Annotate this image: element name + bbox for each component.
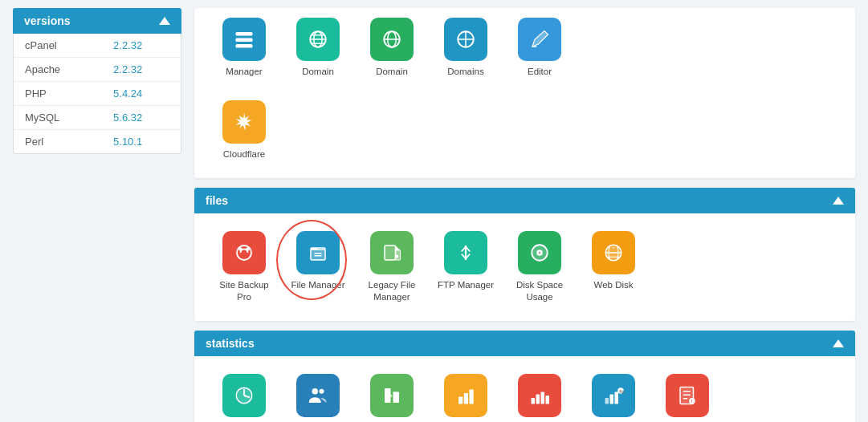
svg-point-37 xyxy=(320,389,324,394)
version-value: 2.2.32 xyxy=(102,58,181,82)
svg-rect-0 xyxy=(236,32,253,36)
versions-table: cPanel2.2.32Apache2.2.32PHP5.4.24MySQL5.… xyxy=(13,34,181,154)
svg-rect-45 xyxy=(532,398,536,404)
stats-icon-bandwidth[interactable]: gbps Bandwidth xyxy=(358,369,426,422)
backup-label: Site Backup Pro xyxy=(214,279,275,303)
version-row: PHP5.4.24 xyxy=(14,82,181,106)
editor-icon-box xyxy=(518,18,561,61)
files-icon-file-manager[interactable]: File Manager xyxy=(284,226,352,308)
files-icon-backup[interactable]: Site Backup Pro xyxy=(210,226,278,308)
right-panel: Manager Domain Domain Domains Editor xyxy=(194,8,855,422)
cloudflare-tile[interactable]: Cloudflare xyxy=(210,95,278,165)
version-value: 5.10.1 xyxy=(102,130,181,154)
legacy-file-icon-box xyxy=(370,231,414,274)
stats-icon-stats[interactable]: Choose Stats xyxy=(210,369,278,422)
files-icon-web-disk[interactable]: Web Disk xyxy=(580,226,647,308)
web-disk-label: Web Disk xyxy=(594,279,634,291)
svg-rect-49 xyxy=(605,398,609,404)
versions-collapse-arrow[interactable] xyxy=(159,17,170,25)
statistics-section-box: statistics Choose Stats Latest Visitors … xyxy=(194,331,855,422)
ftp-label: FTP Manager xyxy=(438,279,494,291)
legacy-file-label: Legacy File Manager xyxy=(361,279,422,303)
files-section-title: files xyxy=(206,194,228,207)
files-section-header: files xyxy=(194,188,855,213)
webalizer-icon-box xyxy=(518,374,561,417)
files-icon-ftp[interactable]: FTP Manager xyxy=(432,226,499,308)
ftp-icon-box xyxy=(444,231,487,274)
stats-icon-awstats[interactable]: Awstats xyxy=(432,369,499,422)
version-name: PHP xyxy=(14,82,102,106)
files-icon-legacy-file[interactable]: Legacy File Manager xyxy=(358,226,426,308)
webalizer-ftp-icon-box: ftp xyxy=(592,374,635,417)
file-manager-label: File Manager xyxy=(291,279,344,291)
svg-point-14 xyxy=(238,247,242,251)
version-name: cPanel xyxy=(14,34,102,58)
top-icon-domains[interactable]: Domains xyxy=(432,13,499,83)
version-row: Apache2.2.32 xyxy=(14,58,181,82)
backup-icon-box xyxy=(222,231,266,274)
files-icon-disk[interactable]: Disk Space Usage xyxy=(506,226,573,308)
visitors-icon-box xyxy=(296,374,340,417)
domains-label: Domains xyxy=(447,66,483,78)
version-value: 5.6.32 xyxy=(102,106,181,130)
awstats-icon-box xyxy=(444,374,487,417)
svg-point-15 xyxy=(246,247,250,251)
svg-point-29 xyxy=(539,251,541,254)
svg-rect-2 xyxy=(236,44,253,48)
stats-icon-visitors[interactable]: Latest Visitors xyxy=(284,369,352,422)
files-collapse-arrow[interactable] xyxy=(833,197,844,205)
version-name: Perl xyxy=(14,130,102,154)
version-name: Apache xyxy=(14,58,102,82)
svg-rect-43 xyxy=(464,393,468,404)
svg-rect-48 xyxy=(546,396,550,404)
svg-text:ps: ps xyxy=(393,390,398,395)
statistics-section-header: statistics xyxy=(194,331,855,356)
version-row: cPanel2.2.32 xyxy=(14,34,181,58)
svg-rect-46 xyxy=(536,394,540,404)
files-icons-content: Site Backup Pro File Manager Legacy File… xyxy=(194,213,855,321)
top-icon-domain[interactable]: Domain xyxy=(284,13,352,83)
top-icon-domain2[interactable]: Domain xyxy=(358,13,426,83)
web-disk-icon-box xyxy=(592,231,635,274)
stats-icon-box xyxy=(222,374,266,417)
manager-label: Manager xyxy=(226,66,262,78)
version-row: Perl5.10.1 xyxy=(14,130,181,154)
domains-icon-box xyxy=(444,18,487,61)
svg-text:gb: gb xyxy=(386,393,393,398)
svg-point-21 xyxy=(395,254,399,258)
top-icon-editor[interactable]: Editor xyxy=(506,13,573,83)
bandwidth-icon-box: gbps xyxy=(370,374,414,417)
top-section-box: Manager Domain Domain Domains Editor xyxy=(194,8,855,178)
domain2-icon-box xyxy=(370,18,414,61)
version-value: 5.4.24 xyxy=(102,82,181,106)
svg-rect-44 xyxy=(470,389,474,404)
versions-panel: versions cPanel2.2.32Apache2.2.32PHP5.4.… xyxy=(13,8,181,422)
versions-header: versions xyxy=(13,8,181,34)
svg-rect-19 xyxy=(385,245,396,260)
svg-rect-47 xyxy=(541,392,545,404)
stats-icon-webalizer[interactable]: Webalizer xyxy=(506,369,573,422)
statistics-section-title: statistics xyxy=(206,337,255,350)
stats-icon-webalizer-ftp[interactable]: ftp Webalizer FTP xyxy=(580,369,647,422)
editor-label: Editor xyxy=(528,66,552,78)
top-icons-row: Manager Domain Domain Domains Editor xyxy=(194,8,855,95)
svg-text:ftp: ftp xyxy=(619,388,625,393)
svg-rect-42 xyxy=(458,396,463,404)
files-section-box: files Site Backup Pro File Manager Legac… xyxy=(194,188,855,321)
svg-rect-50 xyxy=(610,394,614,404)
svg-point-36 xyxy=(312,388,319,395)
svg-rect-1 xyxy=(236,39,253,43)
stats-icon-access-logs[interactable]: ! Access Logs xyxy=(654,369,721,422)
version-name: MySQL xyxy=(14,106,102,130)
disk-icon-box xyxy=(518,231,561,274)
manager-icon-box xyxy=(222,18,266,61)
version-value: 2.2.32 xyxy=(102,34,181,58)
domain-icon-box xyxy=(296,18,340,61)
statistics-icons-content: Choose Stats Latest Visitors gbps Bandwi… xyxy=(194,356,855,422)
top-icon-manager[interactable]: Manager xyxy=(210,13,278,83)
version-row: MySQL5.6.32 xyxy=(14,106,181,130)
svg-point-13 xyxy=(237,245,251,260)
cloudflare-label: Cloudflare xyxy=(223,148,265,160)
statistics-collapse-arrow[interactable] xyxy=(833,339,844,347)
access-logs-icon-box: ! xyxy=(666,374,709,417)
